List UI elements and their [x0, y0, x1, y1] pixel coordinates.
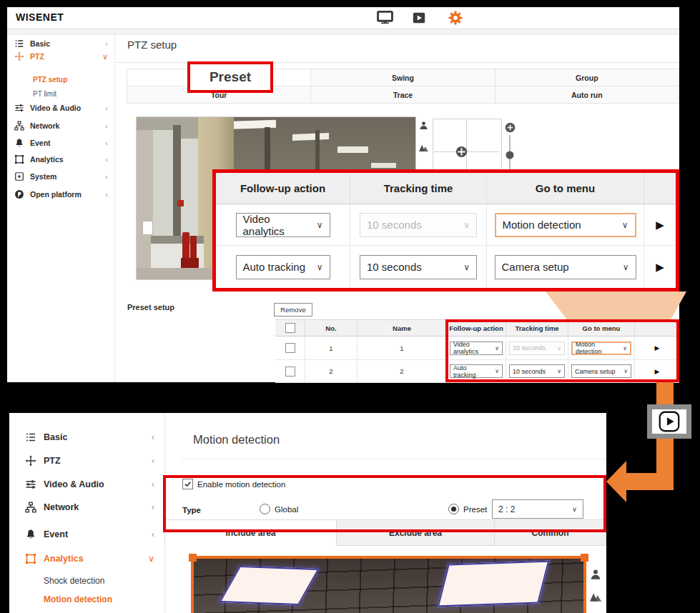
sidebar-label: System [30, 172, 56, 181]
chevron-left-icon: ‹ [105, 190, 108, 199]
sidebar-item-video-audio[interactable]: Video & Audio ‹ [7, 101, 114, 114]
go-to-menu-select[interactable]: Camera setup∨ [495, 255, 636, 279]
sidebar-item-basic[interactable]: Basic ‹ [7, 37, 114, 50]
follow-up-action-callout: Follow-up action Tracking time Go to men… [212, 169, 679, 291]
motion-area-preview[interactable] [191, 556, 586, 613]
sidebar-item-network[interactable]: Network ‹ [9, 499, 164, 516]
follow-up-action-select[interactable]: Auto tracking∨ [450, 364, 503, 378]
playback-icon[interactable] [413, 12, 425, 26]
type-label: Type [182, 506, 201, 514]
tab-trace[interactable]: Trace [310, 86, 495, 104]
row-checkbox[interactable] [285, 343, 295, 353]
motion-detection-window: Basic ‹ PTZ ‹ Video & Audio ‹ Network ‹ … [9, 413, 606, 613]
sidebar-item-shock-detection[interactable]: Shock detection [44, 576, 104, 586]
sidebar-label: Network [44, 502, 79, 512]
preset-tab-highlight: Preset [187, 61, 273, 93]
sidebar-item-network[interactable]: Network ‹ [7, 119, 114, 132]
preset-radio[interactable] [448, 504, 459, 514]
enable-motion-detection-row: Enable motion detection [182, 479, 285, 489]
area-handle-top-right[interactable] [581, 554, 588, 562]
play-step-badge[interactable] [647, 404, 691, 439]
area-frame-icon [25, 553, 36, 564]
page-title: PTZ setup [127, 39, 177, 51]
settings-gear-icon[interactable] [448, 11, 463, 28]
move-to-preset-button[interactable]: ▶ [656, 219, 664, 231]
chevron-down-icon: ∨ [317, 262, 323, 272]
zoom-in-button[interactable] [505, 122, 516, 136]
sidebar-item-motion-detection[interactable]: Motion detection [44, 594, 112, 604]
tracking-time-select-disabled: 10 seconds∨ [509, 342, 565, 355]
chevron-down-icon: ∨ [463, 220, 470, 230]
tab-swing[interactable]: Swing [310, 69, 495, 86]
tab-auto-run[interactable]: Auto run [495, 86, 679, 104]
row-checkbox[interactable] [285, 367, 295, 377]
cell-name: 1 [358, 337, 447, 360]
sidebar-label: Video & Audio [30, 104, 81, 112]
chevron-left-icon: ‹ [152, 479, 154, 489]
follow-up-action-select[interactable]: Video analytics∨ [236, 213, 330, 237]
sidebar-item-ptz[interactable]: PTZ ∨ [7, 50, 114, 63]
move-to-preset-button[interactable]: ▶ [655, 368, 660, 375]
sidebar-item-video-audio[interactable]: Video & Audio ‹ [9, 476, 164, 493]
remove-button[interactable]: Remove [274, 303, 312, 317]
sidebar-item-analytics[interactable]: Analytics ∨ [9, 550, 164, 567]
sidebar-item-system[interactable]: System ‹ [7, 170, 114, 183]
sidebar-item-basic[interactable]: Basic ‹ [9, 429, 164, 446]
preset-number-select[interactable]: 2 : 2∨ [492, 499, 583, 519]
follow-up-action-select[interactable]: Video analytics∨ [450, 342, 503, 355]
global-radio[interactable] [260, 504, 270, 514]
network-icon [25, 502, 36, 513]
pad-position-target[interactable] [455, 146, 468, 161]
screenshot-canvas: WISENET Basic ‹ PTZ ∨ PTZ setup PT limit [0, 0, 700, 613]
move-to-preset-button[interactable]: ▶ [655, 344, 660, 352]
sidebar-item-pt-limit[interactable]: PT limit [33, 90, 56, 98]
chevron-left-icon: ‹ [152, 456, 154, 466]
sidebar-label: Analytics [30, 155, 64, 164]
tab-group[interactable]: Group [495, 69, 679, 86]
callout-header-go-to-menu: Go to menu [487, 173, 644, 204]
area-frame-icon [14, 154, 24, 164]
sidebar-item-open-platform[interactable]: Open platform ‹ [7, 188, 114, 201]
mountain-wide-icon [419, 141, 428, 154]
go-to-menu-select[interactable]: Motion detection∨ [571, 342, 631, 355]
follow-up-action-select[interactable]: Auto tracking∨ [236, 255, 330, 279]
sidebar-item-ptz-setup[interactable]: PTZ setup [33, 76, 67, 84]
callout-header-tracking-time: Tracking time [350, 173, 487, 204]
title-divider [181, 459, 606, 459]
sidebar-label: Video & Audio [44, 479, 104, 489]
go-to-menu-select[interactable]: Camera setup∨ [571, 364, 631, 378]
tracking-time-select[interactable]: 10 seconds∨ [509, 364, 565, 378]
sidebar-item-event[interactable]: Event ‹ [9, 526, 164, 543]
col-header-follow-up: Follow-up action [447, 320, 506, 337]
sidebar-label: Event [44, 529, 68, 539]
sidebar-item-analytics[interactable]: Analytics ‹ [7, 153, 114, 166]
cell-name: 2 [358, 360, 447, 383]
callout-header-blank [644, 173, 676, 204]
page-title: Motion detection [193, 433, 280, 447]
network-icon [14, 121, 24, 131]
chevron-down-icon: ∨ [148, 554, 154, 564]
tab-common[interactable]: Common [494, 519, 606, 546]
enable-motion-detection-label: Enable motion detection [197, 480, 285, 489]
move-to-preset-button[interactable]: ▶ [656, 261, 664, 274]
tab-include-area[interactable]: Include area [164, 519, 337, 546]
mountain-wide-icon [590, 592, 601, 604]
chevron-left-icon: ‹ [152, 529, 154, 539]
app-header: WISENET [7, 7, 679, 29]
live-monitor-icon[interactable] [377, 11, 393, 27]
enable-motion-detection-checkbox[interactable] [182, 479, 193, 489]
chevron-left-icon: ‹ [105, 155, 108, 164]
tab-exclude-area[interactable]: Exclude area [336, 519, 495, 546]
zoom-slider-knob[interactable] [506, 149, 514, 162]
tracking-time-select[interactable]: 10 seconds∨ [360, 255, 477, 279]
preset-setup-label: Preset setup [127, 303, 174, 312]
sidebar-item-ptz[interactable]: PTZ ‹ [9, 452, 164, 469]
chevron-left-icon: ‹ [105, 39, 108, 48]
select-all-checkbox[interactable] [285, 323, 295, 333]
sidebar-item-event[interactable]: Event ‹ [7, 136, 114, 149]
chevron-down-icon: ∨ [463, 262, 470, 272]
ptz-setup-window: WISENET Basic ‹ PTZ ∨ PTZ setup PT limit [7, 7, 679, 382]
preset-radio-label: Preset [463, 505, 487, 514]
area-handle-top-left[interactable] [189, 554, 197, 562]
go-to-menu-select[interactable]: Motion detection∨ [495, 213, 636, 237]
